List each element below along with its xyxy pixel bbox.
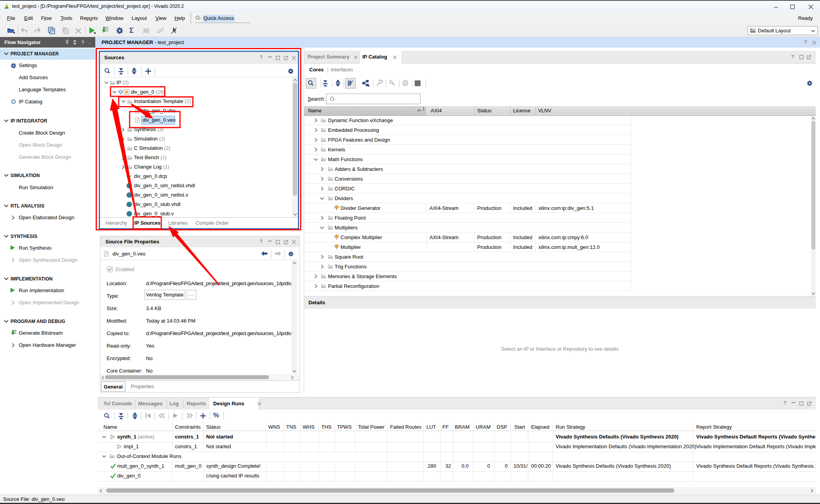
svg-text:10: 10 xyxy=(105,29,108,31)
svg-text:10: 10 xyxy=(14,332,16,334)
